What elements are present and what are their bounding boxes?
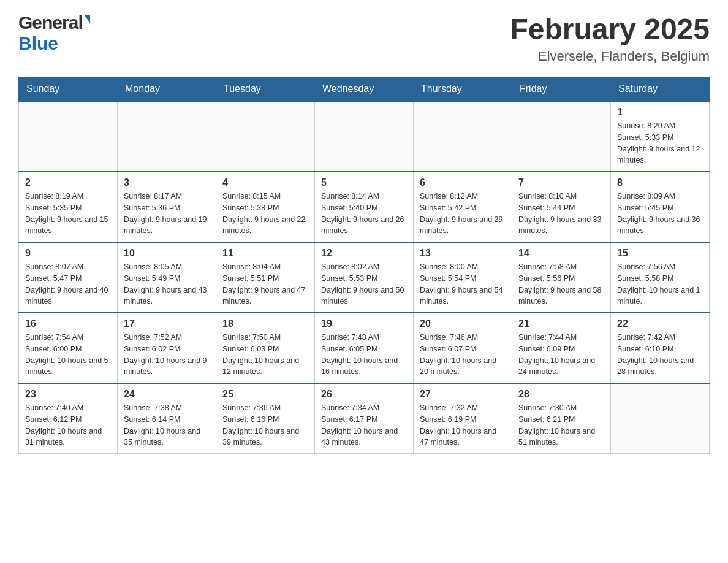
calendar-cell: 13Sunrise: 8:00 AM Sunset: 5:54 PM Dayli… [414,242,512,313]
calendar-cell: 26Sunrise: 7:34 AM Sunset: 6:17 PM Dayli… [315,383,414,454]
calendar-cell: 23Sunrise: 7:40 AM Sunset: 6:12 PM Dayli… [19,383,118,454]
day-info: Sunrise: 7:38 AM Sunset: 6:14 PM Dayligh… [124,402,210,448]
day-number: 1 [617,107,703,118]
calendar-table: SundayMondayTuesdayWednesdayThursdayFrid… [18,77,710,454]
day-number: 6 [420,177,506,188]
day-info: Sunrise: 7:54 AM Sunset: 6:00 PM Dayligh… [25,332,111,378]
calendar-cell [19,101,118,172]
day-info: Sunrise: 8:09 AM Sunset: 5:45 PM Dayligh… [617,191,703,237]
calendar-cell [216,101,315,172]
calendar-cell: 10Sunrise: 8:05 AM Sunset: 5:49 PM Dayli… [118,242,216,313]
day-info: Sunrise: 8:05 AM Sunset: 5:49 PM Dayligh… [124,261,210,307]
day-info: Sunrise: 8:02 AM Sunset: 5:53 PM Dayligh… [321,261,407,307]
calendar-cell: 4Sunrise: 8:15 AM Sunset: 5:38 PM Daylig… [216,172,315,242]
calendar-cell: 11Sunrise: 8:04 AM Sunset: 5:51 PM Dayli… [216,242,315,313]
day-number: 28 [518,389,604,400]
calendar-header-tuesday: Tuesday [216,77,315,102]
day-number: 22 [617,318,703,329]
day-number: 5 [321,177,407,188]
calendar-cell: 2Sunrise: 8:19 AM Sunset: 5:35 PM Daylig… [19,172,118,242]
logo-blue-text: Blue [18,33,58,54]
calendar-week-row: 1Sunrise: 8:20 AM Sunset: 5:33 PM Daylig… [19,101,710,172]
day-number: 8 [617,177,703,188]
day-number: 24 [124,389,210,400]
calendar-header-wednesday: Wednesday [315,77,414,102]
calendar-cell: 24Sunrise: 7:38 AM Sunset: 6:14 PM Dayli… [118,383,216,454]
calendar-cell: 21Sunrise: 7:44 AM Sunset: 6:09 PM Dayli… [512,313,611,383]
day-number: 17 [124,318,210,329]
day-info: Sunrise: 7:56 AM Sunset: 5:58 PM Dayligh… [617,261,703,307]
day-number: 16 [25,318,111,329]
calendar-header-row: SundayMondayTuesdayWednesdayThursdayFrid… [19,77,710,102]
calendar-cell [315,101,414,172]
day-info: Sunrise: 8:15 AM Sunset: 5:38 PM Dayligh… [222,191,308,237]
day-info: Sunrise: 8:17 AM Sunset: 5:36 PM Dayligh… [124,191,210,237]
location-subtitle: Elversele, Flanders, Belgium [510,48,710,64]
day-number: 26 [321,389,407,400]
calendar-week-row: 16Sunrise: 7:54 AM Sunset: 6:00 PM Dayli… [19,313,710,383]
calendar-week-row: 2Sunrise: 8:19 AM Sunset: 5:35 PM Daylig… [19,172,710,242]
calendar-header-monday: Monday [118,77,216,102]
logo-general-text: General [18,12,83,33]
calendar-header-thursday: Thursday [414,77,512,102]
day-number: 19 [321,318,407,329]
day-number: 2 [25,177,111,188]
day-info: Sunrise: 8:20 AM Sunset: 5:33 PM Dayligh… [617,120,703,166]
day-number: 18 [222,318,308,329]
title-block: February 2025 Elversele, Flanders, Belgi… [510,12,710,64]
month-year-title: February 2025 [510,12,710,46]
day-info: Sunrise: 7:30 AM Sunset: 6:21 PM Dayligh… [518,402,604,448]
calendar-cell: 9Sunrise: 8:07 AM Sunset: 5:47 PM Daylig… [19,242,118,313]
calendar-cell: 20Sunrise: 7:46 AM Sunset: 6:07 PM Dayli… [414,313,512,383]
calendar-cell: 12Sunrise: 8:02 AM Sunset: 5:53 PM Dayli… [315,242,414,313]
day-info: Sunrise: 8:19 AM Sunset: 5:35 PM Dayligh… [25,191,111,237]
calendar-cell: 27Sunrise: 7:32 AM Sunset: 6:19 PM Dayli… [414,383,512,454]
day-info: Sunrise: 7:48 AM Sunset: 6:05 PM Dayligh… [321,332,407,378]
day-number: 11 [222,248,308,259]
calendar-header-saturday: Saturday [611,77,710,102]
calendar-cell: 28Sunrise: 7:30 AM Sunset: 6:21 PM Dayli… [512,383,611,454]
day-info: Sunrise: 7:52 AM Sunset: 6:02 PM Dayligh… [124,332,210,378]
day-info: Sunrise: 7:40 AM Sunset: 6:12 PM Dayligh… [25,402,111,448]
day-info: Sunrise: 7:50 AM Sunset: 6:03 PM Dayligh… [222,332,308,378]
calendar-cell: 16Sunrise: 7:54 AM Sunset: 6:00 PM Dayli… [19,313,118,383]
day-info: Sunrise: 8:14 AM Sunset: 5:40 PM Dayligh… [321,191,407,237]
day-number: 23 [25,389,111,400]
day-number: 15 [617,248,703,259]
calendar-cell: 1Sunrise: 8:20 AM Sunset: 5:33 PM Daylig… [611,101,710,172]
day-info: Sunrise: 7:32 AM Sunset: 6:19 PM Dayligh… [420,402,506,448]
day-info: Sunrise: 7:42 AM Sunset: 6:10 PM Dayligh… [617,332,703,378]
day-number: 7 [518,177,604,188]
day-number: 21 [518,318,604,329]
calendar-cell: 14Sunrise: 7:58 AM Sunset: 5:56 PM Dayli… [512,242,611,313]
calendar-cell [414,101,512,172]
calendar-cell: 3Sunrise: 8:17 AM Sunset: 5:36 PM Daylig… [118,172,216,242]
day-info: Sunrise: 8:00 AM Sunset: 5:54 PM Dayligh… [420,261,506,307]
calendar-header-sunday: Sunday [19,77,118,102]
day-info: Sunrise: 7:34 AM Sunset: 6:17 PM Dayligh… [321,402,407,448]
logo-triangle-icon [85,15,90,23]
day-number: 10 [124,248,210,259]
calendar-cell: 8Sunrise: 8:09 AM Sunset: 5:45 PM Daylig… [611,172,710,242]
calendar-header-friday: Friday [512,77,611,102]
day-info: Sunrise: 7:44 AM Sunset: 6:09 PM Dayligh… [518,332,604,378]
calendar-cell: 6Sunrise: 8:12 AM Sunset: 5:42 PM Daylig… [414,172,512,242]
calendar-week-row: 23Sunrise: 7:40 AM Sunset: 6:12 PM Dayli… [19,383,710,454]
day-info: Sunrise: 8:04 AM Sunset: 5:51 PM Dayligh… [222,261,308,307]
day-number: 25 [222,389,308,400]
calendar-cell: 7Sunrise: 8:10 AM Sunset: 5:44 PM Daylig… [512,172,611,242]
calendar-week-row: 9Sunrise: 8:07 AM Sunset: 5:47 PM Daylig… [19,242,710,313]
page-header: General Blue February 2025 Elversele, Fl… [18,12,710,64]
day-number: 12 [321,248,407,259]
calendar-cell: 18Sunrise: 7:50 AM Sunset: 6:03 PM Dayli… [216,313,315,383]
day-info: Sunrise: 8:12 AM Sunset: 5:42 PM Dayligh… [420,191,506,237]
calendar-cell [512,101,611,172]
calendar-cell [118,101,216,172]
calendar-cell: 22Sunrise: 7:42 AM Sunset: 6:10 PM Dayli… [611,313,710,383]
calendar-cell: 15Sunrise: 7:56 AM Sunset: 5:58 PM Dayli… [611,242,710,313]
calendar-cell: 25Sunrise: 7:36 AM Sunset: 6:16 PM Dayli… [216,383,315,454]
day-number: 9 [25,248,111,259]
day-info: Sunrise: 8:10 AM Sunset: 5:44 PM Dayligh… [518,191,604,237]
day-info: Sunrise: 8:07 AM Sunset: 5:47 PM Dayligh… [25,261,111,307]
calendar-cell: 5Sunrise: 8:14 AM Sunset: 5:40 PM Daylig… [315,172,414,242]
